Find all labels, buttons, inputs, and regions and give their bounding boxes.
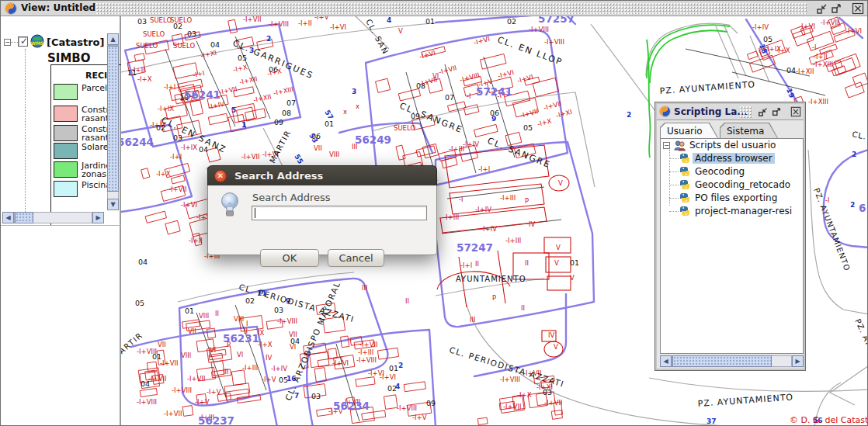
script-item-label[interactable]: Address browser: [693, 153, 775, 164]
tree-connector: [669, 158, 679, 159]
house-number: 09: [274, 118, 283, 126]
blue-number: 9: [491, 115, 496, 123]
parcel-annotation: -I+VIII: [137, 398, 157, 406]
tree-connector: [11, 42, 18, 43]
parcel-annotation: -I+XII: [238, 74, 258, 86]
parcel-annotation: -I+X: [517, 391, 532, 399]
script-item[interactable]: project-manager-resi: [661, 205, 803, 218]
tree-root[interactable]: −Scripts del usuario: [661, 139, 803, 152]
scripting-window-title: Scripting La...: [674, 106, 748, 117]
tree-collapse-icon[interactable]: −: [663, 142, 670, 149]
legend-swatch: [54, 125, 78, 141]
house-number: 02: [245, 296, 255, 305]
house-number: 03: [137, 17, 147, 26]
maximize-button[interactable]: [830, 2, 842, 15]
wms-layer-icon: WMS: [30, 34, 44, 48]
parcel-annotation: -I+VIII: [544, 38, 564, 46]
tree-root-label[interactable]: Scripts del usuario: [687, 140, 778, 151]
house-number: 04: [141, 379, 150, 388]
toc-scroll-left-button[interactable]: ◀: [2, 212, 14, 223]
parcel-annotation: -I+VIII: [172, 386, 192, 394]
close-button[interactable]: [852, 2, 864, 15]
block-number: 57247: [457, 241, 493, 254]
layer-checkbox[interactable]: ✓: [18, 36, 28, 47]
search-address-input[interactable]: [252, 206, 427, 220]
toc-hscroll-thumb[interactable]: [15, 212, 33, 223]
blue-number: 37: [707, 417, 717, 425]
parcel-annotation: -I+X: [156, 170, 171, 178]
view-window-titlebar[interactable]: View: Untitled: [1, 1, 868, 16]
maximize-button[interactable]: [771, 106, 782, 117]
blue-number: 3: [352, 88, 356, 95]
toc-scroll-up-button[interactable]: ▲: [107, 33, 119, 45]
house-number: 05: [135, 299, 144, 307]
script-item[interactable]: Address browser: [661, 152, 803, 165]
scripts-tree: −Scripts del usuarioAddress browserGeoco…: [660, 138, 804, 354]
toc-scroll-down-button[interactable]: ▼: [107, 199, 119, 210]
cancel-button[interactable]: Cancel: [328, 249, 384, 267]
parcel-annotation: VIII: [199, 312, 209, 320]
toc-scroll-right-button[interactable]: ▶: [92, 212, 104, 223]
script-item-label[interactable]: project-manager-resi: [693, 206, 794, 216]
parcel-annotation: -I+VII: [359, 341, 378, 348]
layer-name[interactable]: [Catastro]: [47, 36, 104, 48]
parcel-annotation: -I+IX: [181, 144, 197, 151]
script-item[interactable]: PO files exporting: [661, 192, 803, 205]
parcel-annotation: IV: [548, 331, 555, 339]
scroll-right-button[interactable]: ▶: [792, 355, 804, 367]
parcel-annotation: -I+VI: [845, 27, 862, 35]
script-item-label[interactable]: Geocoding: [693, 166, 747, 177]
parcel-annotation: -I+VIII: [269, 20, 289, 28]
tab-sistema[interactable]: Sistema: [720, 123, 778, 138]
parcel-annotation: II: [215, 310, 219, 317]
house-number: 08: [282, 109, 291, 117]
block-number: 56234: [333, 400, 370, 412]
block-number: 6: [859, 202, 866, 214]
scroll-thumb[interactable]: [672, 355, 772, 367]
tree-collapse-icon[interactable]: −: [4, 39, 11, 46]
parcel-annotation: -I+VII: [503, 403, 522, 410]
script-item-label[interactable]: Geocoding_retocado: [693, 179, 793, 190]
parcel-annotation: -I+VII: [821, 19, 839, 26]
house-number: 08: [416, 81, 425, 90]
tab-usuario[interactable]: Usuario: [660, 123, 718, 138]
script-item[interactable]: Geocoding_retocado: [661, 178, 803, 192]
text-caret: [255, 208, 255, 218]
parcel-annotation: -I+I: [192, 69, 205, 79]
legend-swatch: [54, 84, 78, 100]
parcel-annotation: -I+VI: [799, 23, 815, 30]
parcel-annotation: -I+VII: [164, 410, 182, 417]
parcel-annotation: SUELO: [173, 42, 195, 50]
toc-vscroll-thumb[interactable]: [107, 46, 119, 192]
dialog-titlebar[interactable]: ✕ Search Address: [207, 165, 437, 185]
scripting-titlebar[interactable]: Scripting La...: [657, 104, 804, 120]
legend-item: Piscina: [54, 181, 147, 199]
scroll-left-button[interactable]: ◀: [660, 355, 672, 367]
house-number: 05: [523, 123, 533, 132]
parcel-annotation: -I+XIII: [808, 98, 828, 106]
parcel-annotation: -I+I: [164, 83, 175, 91]
house-number: 01: [325, 119, 334, 128]
dialog-close-button[interactable]: ✕: [214, 170, 227, 182]
parcel-annotation: -I+IV: [481, 225, 497, 233]
script-item-label[interactable]: PO files exporting: [693, 192, 779, 203]
parcel-annotation: IV: [529, 220, 536, 228]
titlebar-texture: [739, 106, 752, 118]
house-number: 04: [290, 337, 300, 345]
ok-button[interactable]: OK: [260, 249, 319, 267]
parcel-annotation: III: [470, 316, 476, 324]
parcel-annotation: -I+X: [232, 63, 248, 74]
parcel-annotation: -I+VII: [243, 16, 262, 23]
minimize-button[interactable]: [758, 106, 769, 117]
minimize-button[interactable]: [816, 2, 828, 15]
block-number: 56249: [355, 133, 391, 146]
parcel-annotation: -I+IV: [463, 140, 479, 148]
scripting-tabs: UsuarioSistema: [660, 123, 778, 138]
block-number: 57241: [476, 85, 512, 98]
close-button[interactable]: [790, 106, 801, 117]
parcel-annotation: -I+VII: [168, 185, 187, 193]
parcel-annotation: -I+X: [258, 341, 273, 348]
house-number: 03: [311, 392, 321, 400]
parcel-annotation: -I+VII: [544, 399, 563, 407]
script-item[interactable]: Geocoding: [661, 165, 803, 178]
